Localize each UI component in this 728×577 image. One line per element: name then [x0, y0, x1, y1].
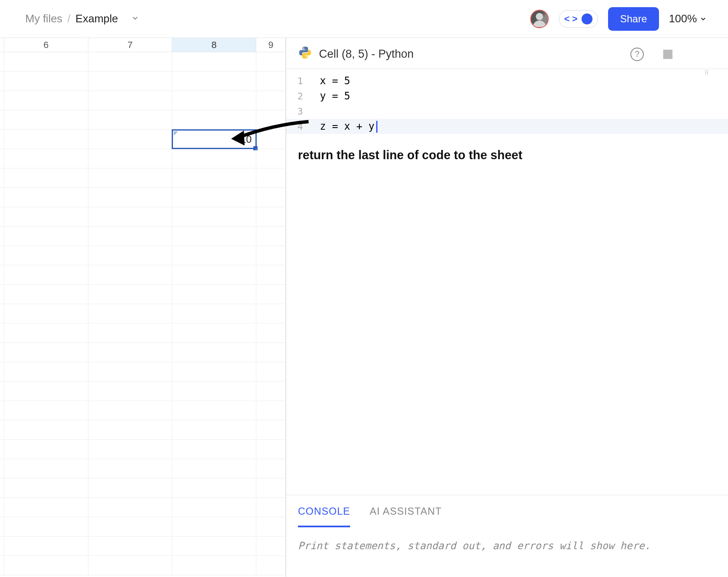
share-button[interactable]: Share — [608, 7, 659, 31]
cell[interactable] — [4, 110, 88, 129]
cell[interactable] — [172, 91, 256, 110]
cell[interactable] — [172, 227, 256, 246]
cell[interactable] — [172, 537, 256, 556]
cell[interactable] — [256, 52, 286, 71]
avatar[interactable] — [530, 10, 549, 28]
cell[interactable] — [256, 72, 286, 91]
cell[interactable] — [172, 72, 256, 91]
cell[interactable] — [88, 517, 173, 536]
code-line[interactable]: 3 — [286, 104, 728, 119]
drag-handle-icon[interactable]: ⠿ — [704, 69, 709, 76]
cell[interactable] — [256, 91, 286, 110]
cell[interactable] — [4, 478, 88, 497]
cell[interactable] — [88, 343, 173, 362]
code-line[interactable]: 2y = 5 — [286, 88, 728, 104]
cell[interactable] — [4, 537, 88, 556]
cell[interactable] — [172, 188, 256, 207]
cell[interactable] — [256, 517, 286, 536]
cell[interactable] — [88, 323, 173, 342]
cell[interactable] — [172, 246, 256, 265]
breadcrumb-current[interactable]: Example — [75, 12, 118, 25]
cell[interactable] — [4, 420, 88, 439]
cell[interactable] — [172, 382, 256, 401]
cell[interactable] — [256, 382, 286, 401]
cell[interactable] — [88, 149, 173, 168]
cell[interactable] — [88, 420, 173, 439]
cell[interactable] — [172, 149, 256, 168]
cell[interactable] — [4, 149, 88, 168]
column-header[interactable]: 6 — [4, 38, 88, 52]
cell[interactable] — [172, 420, 256, 439]
cell[interactable] — [256, 556, 286, 575]
cell[interactable] — [88, 207, 173, 226]
cell[interactable] — [88, 556, 173, 575]
cell[interactable] — [88, 401, 173, 420]
cell[interactable] — [256, 285, 286, 304]
cell[interactable] — [256, 246, 286, 265]
cell[interactable] — [88, 304, 173, 323]
cell[interactable] — [256, 343, 286, 362]
cell[interactable] — [88, 265, 173, 284]
cell[interactable] — [88, 52, 173, 71]
cell[interactable] — [172, 110, 256, 129]
cell[interactable] — [172, 440, 256, 459]
cell[interactable] — [88, 110, 173, 129]
cell[interactable] — [256, 459, 286, 478]
zoom-control[interactable]: 100% — [669, 12, 707, 25]
cell[interactable] — [4, 130, 88, 149]
cell[interactable] — [4, 285, 88, 304]
cell[interactable] — [4, 72, 88, 91]
cell[interactable] — [88, 382, 173, 401]
cell[interactable] — [4, 52, 88, 71]
cell[interactable] — [4, 556, 88, 575]
cell[interactable] — [172, 343, 256, 362]
cell[interactable] — [88, 130, 173, 149]
cell[interactable] — [88, 537, 173, 556]
column-header[interactable]: 8 — [172, 38, 256, 52]
cell[interactable] — [4, 91, 88, 110]
cell[interactable] — [88, 91, 173, 110]
cell[interactable] — [172, 323, 256, 342]
code-toggle[interactable]: < > — [559, 10, 598, 28]
cell[interactable] — [172, 362, 256, 381]
cell[interactable] — [256, 362, 286, 381]
cell[interactable] — [172, 285, 256, 304]
breadcrumb-root[interactable]: My files — [25, 12, 62, 25]
chevron-down-icon[interactable] — [131, 12, 139, 25]
cell[interactable] — [172, 168, 256, 187]
cell[interactable] — [4, 323, 88, 342]
cell[interactable] — [4, 362, 88, 381]
cell[interactable] — [256, 188, 286, 207]
cell[interactable] — [256, 440, 286, 459]
cell[interactable] — [256, 227, 286, 246]
tab-console[interactable]: CONSOLE — [298, 505, 350, 527]
cell[interactable] — [172, 459, 256, 478]
cell[interactable] — [4, 188, 88, 207]
cell[interactable] — [4, 246, 88, 265]
cell[interactable] — [172, 304, 256, 323]
cell[interactable] — [88, 440, 173, 459]
cell[interactable] — [88, 168, 173, 187]
cell[interactable] — [4, 498, 88, 517]
cell[interactable] — [4, 343, 88, 362]
code-line[interactable]: 4z = x + y — [286, 119, 728, 134]
cell[interactable] — [4, 207, 88, 226]
cell[interactable] — [256, 498, 286, 517]
cell[interactable] — [88, 478, 173, 497]
cell[interactable] — [88, 246, 173, 265]
cell[interactable]: 10 — [172, 130, 256, 149]
stop-icon[interactable] — [663, 50, 672, 59]
cell[interactable] — [4, 227, 88, 246]
cell[interactable] — [88, 498, 173, 517]
cell[interactable] — [172, 517, 256, 536]
cell[interactable] — [4, 459, 88, 478]
cell[interactable] — [4, 401, 88, 420]
cell[interactable] — [256, 207, 286, 226]
tab-ai-assistant[interactable]: AI ASSISTANT — [369, 505, 442, 527]
cell[interactable] — [256, 304, 286, 323]
cell[interactable] — [256, 401, 286, 420]
cell[interactable] — [4, 265, 88, 284]
code-line[interactable]: 1x = 5 — [286, 73, 728, 88]
cell[interactable] — [172, 478, 256, 497]
cell[interactable] — [88, 285, 173, 304]
